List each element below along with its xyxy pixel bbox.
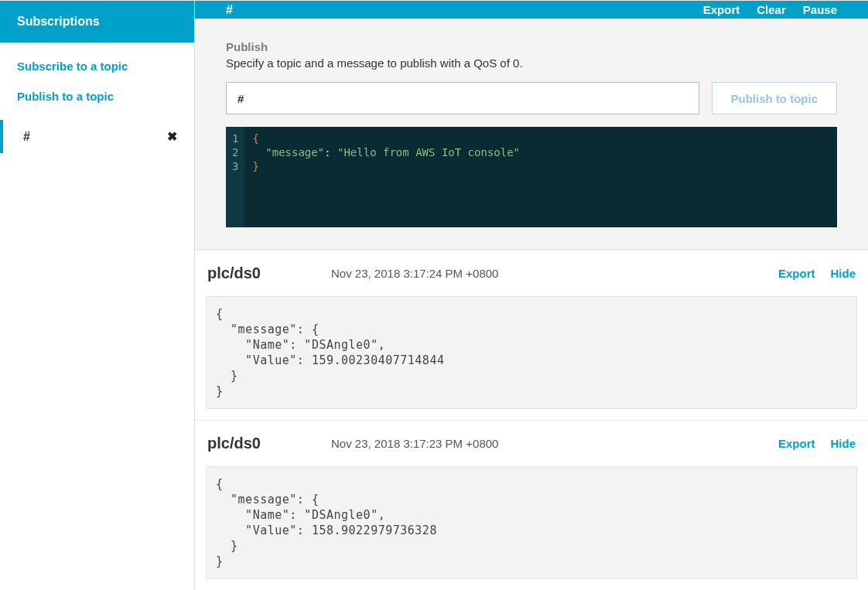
sidebar: Subscriptions Subscribe to a topic Publi… [0, 1, 195, 590]
message-block: plc/ds0 Nov 23, 2018 3:17:24 PM +0800 Ex… [195, 250, 868, 409]
export-button[interactable]: Export [703, 3, 740, 16]
message-hide-button[interactable]: Hide [830, 267, 856, 280]
subscribe-link[interactable]: Subscribe to a topic [17, 60, 177, 73]
publish-description: Specify a topic and a message to publish… [226, 56, 837, 70]
close-icon[interactable]: ✖ [167, 129, 177, 144]
app-root: Subscriptions Subscribe to a topic Publi… [0, 0, 868, 590]
editor-gutter: 123 [226, 127, 244, 227]
message-block: plc/ds0 Nov 23, 2018 3:17:23 PM +0800 Ex… [195, 420, 868, 579]
main-panel: # Export Clear Pause Publish Specify a t… [195, 1, 868, 590]
subscription-item-label: # [23, 130, 30, 144]
message-header: plc/ds0 Nov 23, 2018 3:17:23 PM +0800 Ex… [195, 421, 868, 466]
message-hide-button[interactable]: Hide [830, 437, 856, 450]
message-actions: Export Hide [778, 437, 856, 450]
topbar: # Export Clear Pause [195, 1, 868, 19]
publish-link[interactable]: Publish to a topic [17, 90, 177, 103]
message-actions: Export Hide [778, 267, 856, 280]
message-header: plc/ds0 Nov 23, 2018 3:17:24 PM +0800 Ex… [195, 251, 868, 296]
topbar-title: # [226, 3, 233, 17]
message-topic: plc/ds0 [207, 264, 331, 282]
message-topic: plc/ds0 [207, 435, 331, 452]
message-timestamp: Nov 23, 2018 3:17:23 PM +0800 [331, 437, 498, 450]
sidebar-title: Subscriptions [0, 1, 194, 43]
message-export-button[interactable]: Export [778, 267, 815, 280]
subscription-list: # ✖ [0, 120, 194, 153]
message-export-button[interactable]: Export [778, 437, 815, 450]
clear-button[interactable]: Clear [757, 3, 786, 16]
message-timestamp: Nov 23, 2018 3:17:24 PM +0800 [331, 267, 498, 280]
subscription-item[interactable]: # ✖ [0, 120, 194, 153]
publish-heading: Publish [226, 40, 837, 53]
publish-row: Publish to topic [226, 82, 837, 114]
message-payload: { "message": { "Name": "DSAngle0", "Valu… [206, 466, 857, 579]
sidebar-links: Subscribe to a topic Publish to a topic [0, 43, 194, 112]
editor-code[interactable]: { "message": "Hello from AWS IoT console… [244, 127, 528, 227]
publish-panel: Publish Specify a topic and a message to… [195, 19, 868, 250]
pause-button[interactable]: Pause [803, 3, 837, 16]
message-payload: { "message": { "Name": "DSAngle0", "Valu… [206, 296, 857, 409]
publish-to-topic-button[interactable]: Publish to topic [712, 82, 838, 114]
topic-input[interactable] [226, 82, 699, 114]
payload-editor[interactable]: 123 { "message": "Hello from AWS IoT con… [226, 127, 837, 227]
message-list: plc/ds0 Nov 23, 2018 3:17:24 PM +0800 Ex… [195, 250, 868, 590]
topbar-actions: Export Clear Pause [703, 3, 837, 16]
